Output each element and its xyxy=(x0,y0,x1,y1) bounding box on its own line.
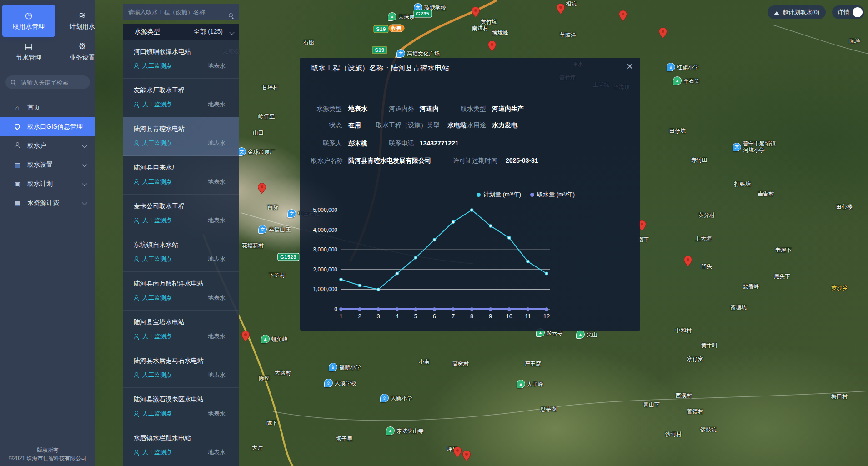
map-marker-pin-icon[interactable] xyxy=(241,331,250,344)
monitor-type-label: 人工监测点 xyxy=(142,178,172,186)
person-icon xyxy=(134,372,139,378)
map-label: 青山下 xyxy=(643,401,660,408)
detail-fields: 水源类型地表水河道内外河道内取水类型河道内生产状态在用取水工程（设施）类型水电站… xyxy=(311,100,629,178)
water-source-label: 地表水 xyxy=(208,62,226,70)
sidebar: ◷取用水管理≋计划用水▤节水管理⚙业务设置 ⌂首页取水口GIS信息管理取水户▥取… xyxy=(0,0,95,466)
module-tab-label: 节水管理 xyxy=(16,54,41,62)
intake-list-item[interactable]: 陆河县南万镇杞洋水电站人工监测点地表水 xyxy=(123,272,239,311)
svg-text:0: 0 xyxy=(334,306,337,312)
module-tab-1[interactable]: ◷取用水管理 xyxy=(2,5,55,37)
module-tab-4[interactable]: ⚙业务设置 xyxy=(55,35,109,68)
intake-name: 东坑镇自来水站 xyxy=(134,233,233,249)
svg-text:10: 10 xyxy=(506,313,512,320)
sidebar-item-取水设置[interactable]: ▥取水设置 xyxy=(0,155,95,175)
intake-list-item[interactable]: 陆河县青硿水电站人工监测点地表水 xyxy=(123,117,239,156)
detail-field: 取水类型河道内生产 xyxy=(311,105,629,115)
intake-list-item[interactable]: 水唇镇水栏肚水电站人工监测点地表水 xyxy=(123,426,239,465)
map-poi[interactable]: ▲东坑尖山寺 xyxy=(386,426,424,435)
map-poi[interactable]: 文幸福山庄 xyxy=(258,225,291,234)
map-marker-pin-icon[interactable] xyxy=(659,28,667,40)
map-poi[interactable]: 文大溪学校 xyxy=(324,379,356,387)
map-poi[interactable]: 文普宁市船埔镇 河坑小学 xyxy=(733,140,776,153)
map-label: 黄竹坑 xyxy=(481,19,497,25)
svg-text:1,000,000: 1,000,000 xyxy=(313,286,338,292)
map-marker-pin-icon[interactable] xyxy=(684,256,692,269)
intake-project-search-input[interactable] xyxy=(123,4,239,20)
school-poi-icon: 文 xyxy=(733,143,741,151)
search-icon[interactable] xyxy=(229,13,234,18)
map-poi[interactable]: 文福新小学 xyxy=(329,363,361,371)
map-poi[interactable]: ▲螺角峰 xyxy=(261,335,288,343)
over-plan-intake-button[interactable]: 超计划取水(0) xyxy=(768,5,826,19)
map-poi[interactable]: 文金球吊顶厂 xyxy=(237,147,275,156)
map-marker-pin-icon[interactable] xyxy=(472,7,480,20)
sidebar-item-首页[interactable]: ⌂首页 xyxy=(0,98,95,117)
water-source-filter[interactable]: 水源类型 全部 (125) xyxy=(123,24,239,40)
map-label: 坝子里 xyxy=(336,436,352,442)
map-label: 老屋下 xyxy=(775,247,792,253)
map-label: 山口 xyxy=(253,130,264,136)
map-marker-pin-icon[interactable] xyxy=(453,447,462,460)
map-label: 挨垅峰 xyxy=(492,30,508,36)
report-icon: ▤ xyxy=(25,42,33,50)
monitor-type-label: 人工监测点 xyxy=(142,100,172,109)
close-icon[interactable]: × xyxy=(627,60,633,73)
map-poi[interactable]: ▲人子峰 xyxy=(517,380,543,388)
chevron-down-icon xyxy=(82,181,87,186)
map-label: 相坑 xyxy=(566,0,577,7)
map-label: 锣鼓坑 xyxy=(700,426,717,433)
map-poi[interactable]: 文大新小学 xyxy=(380,394,412,402)
module-tab-label: 取用水管理 xyxy=(13,23,45,31)
module-tab-label: 计划用水 xyxy=(70,23,95,31)
intake-list-item[interactable]: 河口镇唱歌潭水电站人工监测点地表水 xyxy=(123,40,239,79)
monitor-type-label: 人工监测点 xyxy=(142,410,172,418)
intake-list-item[interactable]: 陆河县激石溪老区水电站人工监测点地表水 xyxy=(123,388,239,426)
map-poi[interactable]: 文红旗小学 xyxy=(667,63,699,71)
module-tab-3[interactable]: ▤节水管理 xyxy=(2,35,55,68)
water-source-label: 地表水 xyxy=(208,216,226,225)
map-label: 田心楼 xyxy=(836,204,853,210)
sidebar-item-取水户[interactable]: 取水户 xyxy=(0,136,95,155)
map-marker-pin-icon[interactable] xyxy=(462,451,471,463)
monitor-type-label: 人工监测点 xyxy=(142,216,172,225)
module-tab-2[interactable]: ≋计划用水 xyxy=(55,5,109,37)
sidebar-item-水资源计费[interactable]: ▦水资源计费 xyxy=(0,194,95,213)
map-marker-pin-icon[interactable] xyxy=(619,10,627,23)
road-badge: 收费 xyxy=(389,25,405,32)
map-poi[interactable]: 文高塘文化广场 xyxy=(396,49,440,58)
intake-list-item[interactable]: 陆河县自来水厂人工监测点地表水 xyxy=(123,156,239,195)
sidebar-item-取水口GIS信息管理[interactable]: 取水口GIS信息管理 xyxy=(0,117,95,136)
map-poi-label: 螺角峰 xyxy=(271,336,288,342)
keyword-search-input[interactable] xyxy=(5,75,90,89)
intake-list-item[interactable]: 东坑镇自来水站人工监测点地表水 xyxy=(123,233,239,272)
map-poi[interactable]: ▲尖山 xyxy=(576,330,597,339)
intake-list-item[interactable]: 友能水厂取水工程人工监测点地表水 xyxy=(123,79,239,117)
person-icon xyxy=(134,411,139,417)
map-label: 大片 xyxy=(252,445,263,451)
intake-list-panel: 水源类型 全部 (125) 河口镇唱歌潭水电站人工监测点地表水友能水厂取水工程人… xyxy=(123,0,239,466)
field-value: 河道内生产 xyxy=(492,105,524,113)
svg-text:5,000,000: 5,000,000 xyxy=(313,207,338,213)
sidebar-item-取水计划[interactable]: ▣取水计划 xyxy=(0,175,95,194)
map-marker-pin-icon[interactable] xyxy=(488,41,496,54)
map-marker-pin-icon[interactable] xyxy=(258,183,266,196)
intake-list-item[interactable]: 麦卡公司取水工程人工监测点地表水 xyxy=(123,195,239,233)
intake-name: 陆河县宝塔水电站 xyxy=(134,311,233,326)
map-poi[interactable]: ▲羊石尖 xyxy=(673,76,700,85)
field-value: 2025-03-31 xyxy=(506,157,538,164)
detail-toggle[interactable]: 详情 xyxy=(832,5,864,19)
map-label: 黄分村 xyxy=(698,212,715,218)
svg-text:8: 8 xyxy=(470,313,473,320)
svg-text:5: 5 xyxy=(414,313,417,320)
map-poi[interactable]: ▲天珠顶 xyxy=(388,12,415,21)
intake-list-item[interactable]: 陆河县水唇走马石水电站人工监测点地表水 xyxy=(123,349,239,388)
map-marker-pin-icon[interactable] xyxy=(557,4,565,16)
flask-icon xyxy=(774,10,779,15)
person-icon xyxy=(134,295,139,301)
intake-name: 麦卡公司取水工程 xyxy=(134,195,233,210)
chevron-down-icon xyxy=(229,30,234,35)
intake-name: 友能水厂取水工程 xyxy=(134,79,233,95)
toggle-knob-icon[interactable] xyxy=(853,7,863,17)
detail-field: 许可证过期时间2025-03-31 xyxy=(311,157,629,167)
intake-list-item[interactable]: 陆河县宝塔水电站人工监测点地表水 xyxy=(123,311,239,349)
